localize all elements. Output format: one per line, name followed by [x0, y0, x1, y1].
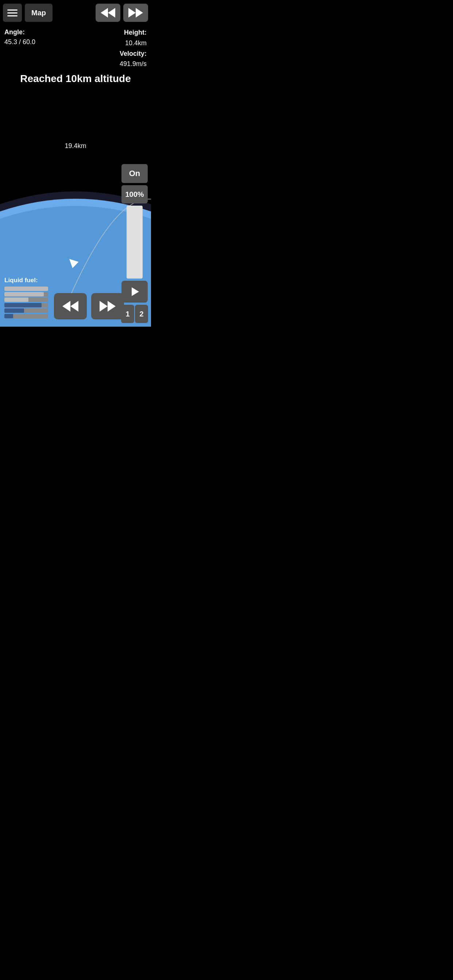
play-icon: [129, 286, 140, 298]
fuel-label: Liquid fuel:: [4, 277, 48, 284]
map-button[interactable]: Map: [25, 4, 53, 22]
fuel-bar-row: [4, 298, 48, 302]
fuel-bar-fill: [4, 298, 29, 302]
hamburger-line-2: [7, 13, 18, 13]
fastforward-icon: [128, 7, 143, 18]
angle-value: 45.3 / 60.0: [4, 37, 35, 47]
notification-message: Reached 10km altitude: [0, 73, 151, 84]
toolbar-right: [96, 4, 148, 22]
svg-marker-4: [132, 287, 139, 296]
bottom-controls: Liquid fuel:: [0, 277, 118, 320]
bottom-nav-buttons: [54, 293, 124, 320]
height-value: 10.4km: [120, 38, 147, 48]
fuel-bar-fill: [4, 286, 48, 291]
stats-left: Angle: 45.3 / 60.0: [4, 27, 35, 47]
svg-marker-2: [128, 8, 136, 18]
fuel-bar-row: [4, 309, 48, 313]
svg-marker-0: [100, 8, 108, 18]
height-label: Height:: [120, 27, 147, 38]
rewind-button[interactable]: [96, 4, 120, 22]
notification: Reached 10km altitude: [0, 73, 151, 84]
throttle-slider[interactable]: [126, 205, 143, 278]
fuel-bar-fill: [4, 314, 13, 318]
fuel-gauge: Liquid fuel:: [4, 277, 48, 320]
throttle-fill: [126, 205, 143, 278]
hamburger-line-1: [7, 10, 18, 11]
nav-back-icon: [62, 300, 78, 313]
svg-marker-3: [136, 8, 143, 18]
stage-buttons: 1 2: [121, 305, 148, 323]
toolbar-left: Map: [3, 4, 53, 22]
play-button[interactable]: [121, 281, 148, 302]
angle-label: Angle:: [4, 27, 35, 37]
fuel-bar-fill: [4, 309, 24, 313]
svg-marker-1: [108, 8, 115, 18]
svg-marker-7: [100, 301, 108, 311]
velocity-label: Velocity:: [120, 48, 147, 59]
on-button[interactable]: On: [121, 164, 148, 183]
fuel-bar-row: [4, 286, 48, 291]
stats-right: Height: 10.4km Velocity: 491.9m/s: [120, 27, 147, 69]
rewind-icon: [100, 7, 115, 18]
hamburger-line-3: [7, 15, 18, 16]
nav-fwd-button[interactable]: [91, 293, 124, 320]
stage2-button[interactable]: 2: [135, 305, 148, 323]
fuel-bar-fill: [4, 292, 44, 296]
fuel-bar-fill: [4, 303, 41, 307]
throttle-pct-button[interactable]: 100%: [121, 185, 148, 204]
nav-fwd-icon: [100, 300, 116, 313]
svg-marker-6: [70, 301, 78, 311]
velocity-value: 491.9m/s: [120, 59, 147, 69]
toolbar: Map: [0, 0, 151, 25]
fuel-bars: [4, 286, 48, 320]
menu-button[interactable]: [3, 4, 22, 22]
fastforward-button[interactable]: [123, 4, 148, 22]
fuel-bar-row: [4, 303, 48, 307]
right-controls: On 100% 1 2: [121, 164, 148, 323]
fuel-bar-row: [4, 292, 48, 296]
svg-marker-8: [108, 301, 116, 311]
svg-marker-5: [62, 301, 70, 311]
fuel-bar-row: [4, 314, 48, 318]
nav-back-button[interactable]: [54, 293, 87, 320]
arc-distance-label: 19.4km: [65, 142, 86, 150]
